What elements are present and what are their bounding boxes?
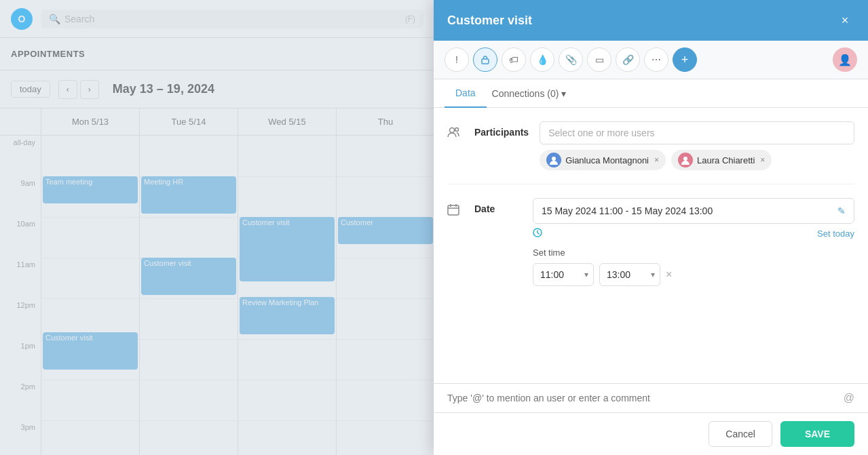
toolbar-link[interactable]: 🔗 xyxy=(616,47,640,72)
time-clear-button[interactable]: × xyxy=(666,269,672,281)
dropdown-arrow: ▾ xyxy=(561,88,566,99)
svg-point-4 xyxy=(683,157,687,161)
chip-name-laura: Laura Chiaretti xyxy=(697,155,755,165)
participants-label: Participants xyxy=(474,121,529,138)
participants-placeholder: Select one or more users xyxy=(548,127,654,138)
tab-connections-label: Connections (0) xyxy=(492,88,559,99)
toolbar-avatar: 👤 xyxy=(833,47,857,72)
chip-gianluca: Gianluca Montagnoni × xyxy=(540,150,666,170)
comment-input[interactable] xyxy=(447,393,838,403)
modal-body: Participants Select one or more users Gi… xyxy=(434,108,868,383)
chip-laura: Laura Chiaretti × xyxy=(671,150,772,170)
date-row: Date 15 May 2024 11:00 - 15 May 2024 13:… xyxy=(447,198,854,286)
at-icon: @ xyxy=(844,392,854,404)
time-from-select[interactable]: 11:00 9:00 10:00 12:00 13:00 xyxy=(533,263,594,286)
chip-close-gianluca[interactable]: × xyxy=(654,155,659,165)
date-edit-icon[interactable]: ✎ xyxy=(837,205,846,216)
participants-row: Participants Select one or more users Gi… xyxy=(447,121,854,170)
participants-input[interactable]: Select one or more users xyxy=(540,121,854,144)
participants-content: Select one or more users Gianluca Montag… xyxy=(540,121,854,170)
tab-connections[interactable]: Connections (0) ▾ xyxy=(487,80,572,107)
chip-avatar-laura xyxy=(678,153,693,167)
modal-tabs: Data Connections (0) ▾ xyxy=(434,79,868,108)
modal-comment: @ xyxy=(434,383,868,412)
modal-header: Customer visit × xyxy=(434,0,868,41)
date-content: 15 May 2024 11:00 - 15 May 2024 13:00 ✎ … xyxy=(533,198,854,286)
modal-toolbar: ! 🏷 💧 📎 ▭ 🔗 ⋯ + 👤 xyxy=(434,41,868,79)
time-from-wrap: 11:00 9:00 10:00 12:00 13:00 xyxy=(533,263,594,286)
modal-title: Customer visit xyxy=(447,14,532,28)
toolbar-add[interactable]: + xyxy=(673,47,697,72)
time-row: 11:00 9:00 10:00 12:00 13:00 13:00 10:00… xyxy=(533,263,854,286)
toolbar-more[interactable]: ⋯ xyxy=(644,47,668,72)
chip-close-laura[interactable]: × xyxy=(760,155,765,165)
overlay xyxy=(0,0,434,455)
date-value[interactable]: 15 May 2024 11:00 - 15 May 2024 13:00 ✎ xyxy=(533,198,854,224)
clock-icon xyxy=(533,228,542,239)
chip-name-gianluca: Gianluca Montagnoni xyxy=(565,155,649,165)
date-icon xyxy=(447,198,464,219)
save-button[interactable]: SAVE xyxy=(780,421,854,447)
participants-icon xyxy=(447,121,464,141)
set-today-link[interactable]: Set today xyxy=(817,229,854,239)
tab-data[interactable]: Data xyxy=(445,79,487,108)
svg-point-1 xyxy=(450,128,455,133)
toolbar-tag[interactable]: 🏷 xyxy=(502,47,526,72)
cancel-button[interactable]: Cancel xyxy=(709,421,772,447)
date-label: Date xyxy=(474,198,522,214)
date-text: 15 May 2024 11:00 - 15 May 2024 13:00 xyxy=(542,205,713,216)
modal-footer: Cancel SAVE xyxy=(434,412,868,455)
svg-point-2 xyxy=(455,128,459,132)
toolbar-exclamation[interactable]: ! xyxy=(445,47,469,72)
svg-rect-0 xyxy=(482,59,489,64)
date-sub-row: Set today xyxy=(533,228,854,239)
time-to-wrap: 13:00 10:00 11:00 12:00 14:00 xyxy=(599,263,660,286)
participants-chips: Gianluca Montagnoni × Laura Chiaretti × xyxy=(540,150,854,170)
toolbar-attach[interactable]: 📎 xyxy=(559,47,583,72)
toolbar-drop[interactable]: 💧 xyxy=(530,47,554,72)
close-button[interactable]: × xyxy=(835,11,854,30)
time-to-select[interactable]: 13:00 10:00 11:00 12:00 14:00 xyxy=(599,263,660,286)
toolbar-lock[interactable] xyxy=(473,47,497,72)
svg-point-3 xyxy=(552,157,556,161)
chip-avatar-gianluca xyxy=(546,153,561,167)
toolbar-rect[interactable]: ▭ xyxy=(587,47,611,72)
svg-rect-5 xyxy=(448,205,459,215)
set-time-label: Set time xyxy=(533,248,854,258)
modal: Customer visit × ! 🏷 💧 📎 ▭ 🔗 ⋯ + 👤 Data … xyxy=(434,0,868,455)
